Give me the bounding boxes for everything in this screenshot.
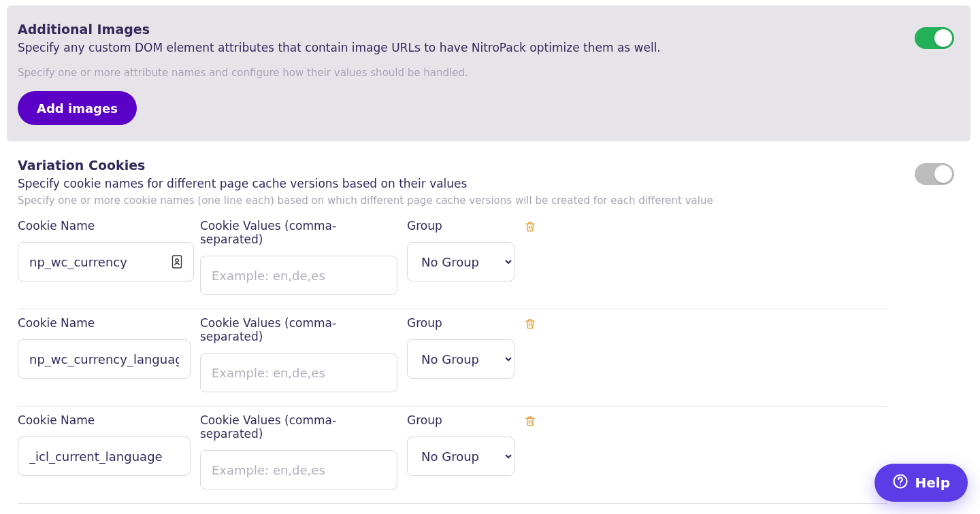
cookie-row: Cookie Name Cookie Values (com: [18, 219, 887, 309]
cookie-name-field: Cookie Name: [18, 316, 191, 379]
cookie-name-label: Cookie Name: [18, 219, 191, 233]
toggle-knob: [934, 165, 952, 183]
additional-images-subtitle: Specify any custom DOM element attribute…: [18, 41, 954, 54]
cookie-group-field: Group No Group: [407, 316, 514, 379]
additional-images-title: Additional Images: [18, 22, 954, 37]
cookie-values-input[interactable]: [200, 353, 397, 392]
svg-point-1: [176, 259, 178, 262]
cookie-name-field: Cookie Name: [18, 219, 191, 281]
cookie-group-field: Group No Group: [407, 413, 514, 476]
cookie-values-field: Cookie Values (comma-separated): [200, 413, 397, 490]
delete-row-button[interactable]: [524, 318, 538, 331]
help-label: Help: [915, 475, 950, 491]
cookie-values-field: Cookie Values (comma-separated): [200, 219, 397, 295]
cookie-row: Cookie Name Cookie Values (comma-separat…: [18, 309, 887, 407]
help-widget[interactable]: Help: [875, 464, 968, 502]
cookie-group-select[interactable]: No Group: [407, 339, 514, 379]
cookie-name-input[interactable]: [18, 436, 191, 476]
cookie-name-input[interactable]: [18, 339, 191, 379]
variation-cookies-toggle[interactable]: [915, 163, 954, 185]
variation-cookies-help: Specify one or more cookie names (one li…: [18, 194, 954, 207]
toggle-knob: [934, 29, 952, 47]
variation-cookies-subtitle: Specify cookie names for different page …: [18, 177, 954, 190]
cookie-name-input[interactable]: [18, 242, 194, 281]
cookie-rows: Cookie Name Cookie Values (com: [18, 219, 954, 504]
cookie-group-label: Group: [407, 219, 514, 233]
cookie-name-label: Cookie Name: [18, 316, 191, 330]
variation-cookies-section: Variation Cookies Specify cookie names f…: [7, 141, 970, 514]
help-icon: [892, 473, 909, 493]
delete-row-button[interactable]: [524, 415, 538, 428]
cookie-group-field: Group No Group: [407, 219, 514, 281]
add-cookie-area: [18, 504, 954, 514]
settings-page: Additional Images Specify any custom DOM…: [0, 0, 980, 514]
cookie-group-select[interactable]: No Group: [407, 242, 514, 281]
delete-row-button[interactable]: [524, 220, 538, 234]
svg-point-3: [900, 484, 901, 485]
cookie-values-input[interactable]: [200, 450, 397, 490]
cookie-name-input-wrap: [18, 242, 191, 281]
additional-images-section: Additional Images Specify any custom DOM…: [7, 5, 970, 141]
cookie-group-label: Group: [407, 413, 514, 427]
add-images-button[interactable]: Add images: [18, 91, 137, 125]
cookie-values-label: Cookie Values (comma-separated): [200, 219, 397, 246]
cookie-group-label: Group: [407, 316, 514, 330]
cookie-row: Cookie Name Cookie Values (comma-separat…: [18, 407, 887, 504]
cookie-name-field: Cookie Name: [18, 413, 191, 476]
cookie-values-label: Cookie Values (comma-separated): [200, 413, 397, 441]
cookie-name-label: Cookie Name: [18, 413, 191, 427]
cookie-values-label: Cookie Values (comma-separated): [200, 316, 397, 343]
additional-images-help: Specify one or more attribute names and …: [18, 67, 954, 79]
cookie-values-field: Cookie Values (comma-separated): [200, 316, 397, 392]
cookie-group-select[interactable]: No Group: [407, 436, 514, 476]
cookie-values-input[interactable]: [200, 256, 397, 295]
variation-cookies-title: Variation Cookies: [18, 158, 954, 173]
additional-images-toggle[interactable]: [915, 27, 954, 49]
autofill-contacts-icon: [172, 255, 182, 269]
